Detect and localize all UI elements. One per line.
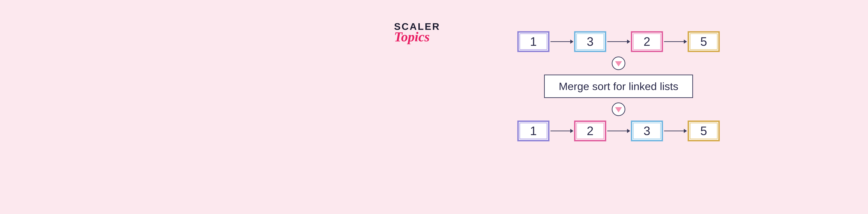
arrow-right-icon: [551, 131, 573, 131]
list-node: 1: [517, 31, 550, 52]
output-linked-list: 1 2 3 5: [517, 120, 720, 141]
arrow-right-icon: [607, 41, 630, 42]
merge-sort-diagram: 1 3 2 5 Merge sort for linked lists 1 2 …: [517, 31, 720, 141]
input-linked-list: 1 3 2 5: [517, 31, 720, 52]
diagram-title: Merge sort for linked lists: [544, 75, 693, 98]
list-node: 3: [631, 120, 663, 141]
list-node: 5: [688, 31, 720, 52]
list-node: 5: [688, 120, 720, 141]
triangle-down-icon: [615, 61, 622, 66]
triangle-down-icon: [615, 107, 622, 112]
arrow-right-icon: [551, 41, 573, 42]
list-node: 3: [574, 31, 606, 52]
arrow-right-icon: [664, 131, 687, 131]
list-node: 1: [517, 120, 550, 141]
list-node: 2: [631, 31, 663, 52]
down-arrow-icon: [612, 103, 625, 116]
scaler-topics-logo: SCALER Topics: [394, 21, 440, 44]
arrow-right-icon: [664, 41, 687, 42]
down-arrow-icon: [612, 57, 625, 70]
list-node: 2: [574, 120, 606, 141]
arrow-right-icon: [607, 131, 630, 131]
